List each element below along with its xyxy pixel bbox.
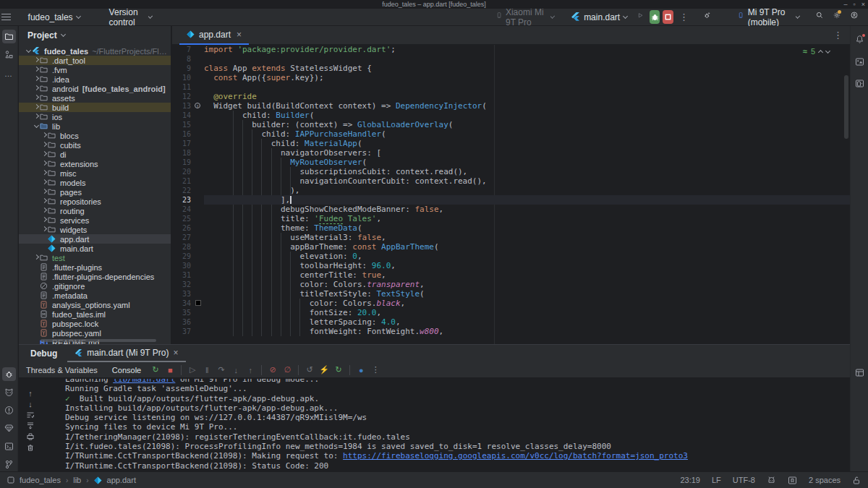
gutter-line-23[interactable]: 23 (172, 195, 204, 205)
tree-item--dart-tool[interactable]: .dart_tool (19, 56, 171, 65)
gutter-line-20[interactable]: 20 (172, 167, 204, 176)
editor-options-button[interactable]: ⋮ (833, 30, 850, 40)
gutter-line-7[interactable]: 7 (172, 45, 204, 54)
code-line-13[interactable]: Widget build(BuildContext context) => De… (204, 101, 850, 111)
tree-item-assets[interactable]: assets (19, 93, 171, 103)
gutter-line-19[interactable]: 19 (172, 158, 204, 167)
gutter-line-8[interactable]: 8 (172, 54, 204, 64)
breadcrumb-dir[interactable]: lib (73, 476, 81, 484)
chevron-down-icon[interactable] (25, 51, 32, 52)
tab-close-icon[interactable]: × (237, 30, 242, 40)
chevron-right-icon[interactable] (33, 107, 40, 108)
indent-widget[interactable]: 2 spaces (809, 476, 841, 484)
tree-item-pages[interactable]: pages (19, 187, 171, 197)
tree-item-services[interactable]: services (19, 215, 171, 225)
device-mirror-selector[interactable]: Mi 9T Pro (mobile) (732, 10, 804, 25)
chevron-right-icon[interactable] (33, 116, 40, 118)
tree-item-widgets[interactable]: widgets (19, 225, 171, 234)
color-preview-swatch[interactable] (195, 300, 201, 306)
devtools-icon[interactable]: ● (354, 364, 367, 376)
gutter-line-27[interactable]: 27 (172, 233, 204, 242)
chevron-right-icon[interactable] (41, 201, 48, 202)
gutter-line-17[interactable]: 17 (172, 139, 204, 148)
gutter-line-12[interactable]: 12 (172, 92, 204, 101)
step-into-icon[interactable]: ↓ (229, 364, 242, 376)
scroll-up-icon[interactable]: ↑ (28, 389, 33, 398)
gutter-line-28[interactable]: 28 (172, 242, 204, 252)
unlock-icon[interactable] (852, 476, 861, 485)
chevron-down-icon[interactable] (33, 126, 40, 127)
restart-frame-icon[interactable]: ↺ (303, 364, 316, 376)
encoding-widget[interactable]: UTF-8 (733, 476, 755, 484)
code-line-23[interactable]: ], (204, 195, 850, 205)
code-line-29[interactable]: elevation: 0, (204, 252, 850, 261)
gutter-line-21[interactable]: 21 (172, 176, 204, 186)
gutter-line-16[interactable]: 16 (172, 129, 204, 139)
code-line-20[interactable]: subscriptionsCubit: context.read(), (204, 167, 850, 176)
project-panel-header[interactable]: Project (19, 26, 171, 45)
chevron-right-icon[interactable] (41, 210, 48, 212)
code-line-18[interactable]: navigatorObservers: [ (204, 148, 850, 158)
more-tool-windows-button[interactable]: … (2, 67, 16, 80)
view-breakpoints-icon[interactable]: ∅ (281, 364, 294, 376)
gutter-line-33[interactable]: 33 (172, 289, 204, 299)
run-button[interactable] (637, 12, 644, 22)
console-link[interactable]: https://firebaselogging.googleapis.com/v… (343, 451, 688, 461)
gutter-line-10[interactable]: 10 (172, 73, 204, 82)
code-line-22[interactable]: ), (204, 186, 850, 195)
chevron-right-icon[interactable] (41, 192, 48, 193)
step-out-icon[interactable]: ↑ (244, 364, 257, 376)
scroll-to-end-icon[interactable] (26, 421, 35, 430)
terminal-tool-button[interactable] (2, 440, 16, 453)
tree-item-misc[interactable]: misc (19, 168, 171, 178)
tree-item-blocs[interactable]: blocs (19, 131, 171, 140)
tree-item-fudeo-tales[interactable]: fudeo_tales~/FlutterProjects/Flutter In … (19, 46, 171, 56)
code-line-34[interactable]: color: Colors.black, (204, 299, 850, 308)
main-menu-button[interactable] (0, 14, 12, 20)
clear-console-icon[interactable] (26, 443, 35, 452)
code-line-37[interactable]: fontWeight: FontWeight.w800, (204, 327, 850, 336)
device-selector[interactable]: Xiaomi Mi 9T Pro (490, 10, 559, 25)
chevron-right-icon[interactable] (41, 173, 48, 174)
project-tool-button[interactable] (2, 30, 16, 43)
build-variants-button[interactable] (853, 366, 867, 380)
problems-tool-button[interactable] (2, 403, 16, 417)
tree-item--idea[interactable]: .idea (19, 74, 171, 84)
tree-item-ios[interactable]: ios (19, 112, 171, 121)
debug-console[interactable]: ↑ ↓ Launching lib/main.dart on Mi 9T Pro… (19, 379, 850, 471)
code-line-31[interactable]: centerTitle: true, (204, 270, 850, 280)
chevron-right-icon[interactable] (41, 135, 48, 137)
gutter-line-11[interactable]: 11 (172, 82, 204, 92)
code-line-15[interactable]: builder: (context) => GlobalLoaderOverla… (204, 120, 850, 129)
code-line-24[interactable]: debugShowCheckedModeBanner: false, (204, 205, 850, 214)
rerun-debug-icon[interactable]: ↻ (149, 364, 162, 376)
scroll-down-icon[interactable]: ↓ (28, 400, 33, 408)
code-line-33[interactable]: titleTextStyle: TextStyle( (204, 289, 850, 299)
breadcrumb[interactable]: fudeo_tales › lib › app.dart (7, 476, 136, 484)
gutter-line-37[interactable]: 37 (172, 327, 204, 336)
caret-position-widget[interactable]: 23:19 (680, 476, 700, 484)
tree-item-android[interactable]: android[fudeo_tales_android] (19, 84, 171, 93)
notifications-button[interactable] (853, 33, 867, 46)
tree-item-cubits[interactable]: cubits (19, 140, 171, 150)
stop-button[interactable] (663, 10, 673, 24)
gutter-line-9[interactable]: 9 (172, 64, 204, 73)
gutter-line-14[interactable]: 14 (172, 111, 204, 120)
tree-item-routing[interactable]: routing (19, 206, 171, 215)
overriding-method-icon[interactable]: ↑ (195, 103, 200, 108)
close-button[interactable]: × (861, 1, 865, 8)
step-over-icon[interactable]: ↷ (215, 364, 228, 376)
chevron-right-icon[interactable] (41, 145, 48, 146)
code-line-27[interactable]: useMaterial3: false, (204, 233, 850, 242)
settings-button[interactable] (833, 12, 841, 22)
code-pane[interactable]: import 'package:provider/provider.dart';… (204, 45, 850, 336)
code-line-25[interactable]: title: 'Fudeo Tales', (204, 214, 850, 223)
pause-icon[interactable]: ‖ (200, 364, 213, 376)
tab-threads-variables[interactable]: Threads & Variables (19, 366, 105, 374)
tab-close-icon[interactable]: × (173, 348, 178, 358)
gutter-line-29[interactable]: 29 (172, 252, 204, 261)
gutter-line-32[interactable]: 32 (172, 280, 204, 289)
tree-item-repositories[interactable]: repositories (19, 197, 171, 206)
device-explorer-button[interactable] (853, 55, 867, 69)
minimize-button[interactable]: – (844, 1, 848, 8)
